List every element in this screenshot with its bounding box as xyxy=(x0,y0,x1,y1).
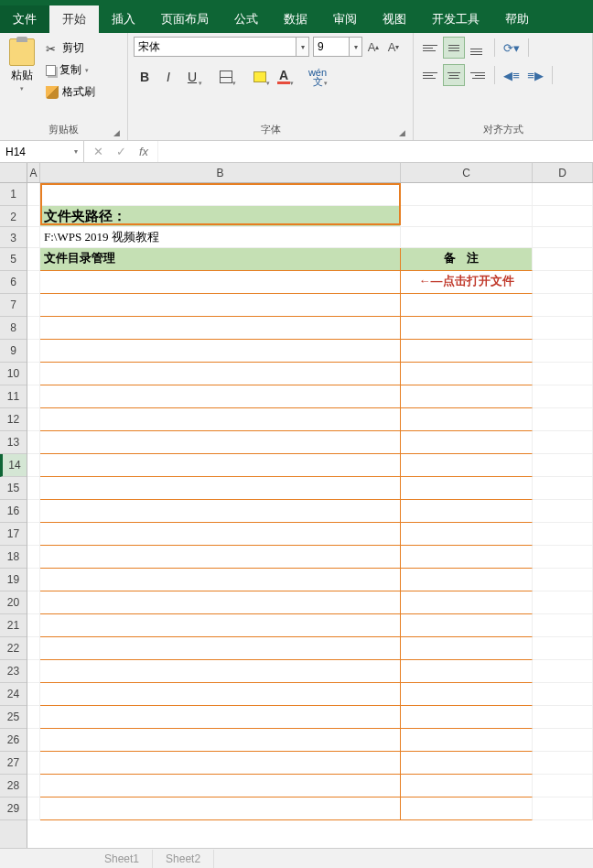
cell-C12[interactable] xyxy=(401,408,533,431)
cell-B22[interactable] xyxy=(40,637,401,660)
row-header-15[interactable]: 15 xyxy=(0,477,27,500)
italic-button[interactable]: I xyxy=(157,66,179,88)
row-header-7[interactable]: 7 xyxy=(0,294,27,317)
phonetic-button[interactable]: wén文 xyxy=(307,66,329,88)
tab-view[interactable]: 视图 xyxy=(370,5,419,33)
cell-C8[interactable] xyxy=(401,317,533,340)
align-middle-button[interactable] xyxy=(443,37,465,59)
confirm-formula-button[interactable]: ✓ xyxy=(116,145,126,158)
cell-A1[interactable] xyxy=(27,183,40,206)
cell-D12[interactable] xyxy=(533,408,593,431)
fill-color-button[interactable] xyxy=(249,66,271,88)
cell-A16[interactable] xyxy=(27,500,40,523)
cell-A19[interactable] xyxy=(27,569,40,591)
row-header-13[interactable]: 13 xyxy=(0,431,27,454)
cell-A29[interactable] xyxy=(27,797,40,820)
cell-D11[interactable] xyxy=(533,385,593,408)
paste-button[interactable]: 粘贴 ▾ xyxy=(5,37,38,121)
cell-C13[interactable] xyxy=(401,431,533,454)
cell-D26[interactable] xyxy=(533,729,593,752)
clipboard-launcher[interactable]: ◢ xyxy=(113,128,120,137)
cell-C5[interactable]: 备注 xyxy=(401,248,533,271)
cell-D17[interactable] xyxy=(533,523,593,546)
row-header-3[interactable]: 3 xyxy=(0,227,27,248)
tab-review[interactable]: 审阅 xyxy=(320,5,370,33)
border-button[interactable] xyxy=(215,66,237,88)
cell-D5[interactable] xyxy=(533,248,593,271)
cell-B7[interactable] xyxy=(40,294,401,317)
cell-C24[interactable] xyxy=(401,683,533,706)
cell-D6[interactable] xyxy=(533,271,593,294)
cell-B6[interactable] xyxy=(40,271,401,294)
row-header-26[interactable]: 26 xyxy=(0,729,27,752)
cell-C21[interactable] xyxy=(401,614,533,637)
cell-C7[interactable] xyxy=(401,294,533,317)
cell-C20[interactable] xyxy=(401,591,533,614)
row-header-8[interactable]: 8 xyxy=(0,317,27,340)
cell-D16[interactable] xyxy=(533,500,593,523)
align-center-button[interactable] xyxy=(443,64,465,86)
cell-A10[interactable] xyxy=(27,363,40,385)
cell-D15[interactable] xyxy=(533,477,593,500)
row-header-27[interactable]: 27 xyxy=(0,752,27,775)
cell-D3[interactable] xyxy=(533,227,593,248)
cell-C19[interactable] xyxy=(401,569,533,591)
cell-B15[interactable] xyxy=(40,477,401,500)
cell-D24[interactable] xyxy=(533,683,593,706)
cell-B8[interactable] xyxy=(40,317,401,340)
col-header-D[interactable]: D xyxy=(533,163,593,182)
cell-A11[interactable] xyxy=(27,385,40,408)
cell-B26[interactable] xyxy=(40,729,401,752)
cell-D13[interactable] xyxy=(533,431,593,454)
cell-A25[interactable] xyxy=(27,706,40,729)
row-header-29[interactable]: 29 xyxy=(0,797,27,820)
cell-C2[interactable] xyxy=(401,206,533,227)
row-header-23[interactable]: 23 xyxy=(0,660,27,683)
cell-A20[interactable] xyxy=(27,591,40,614)
cell-B5[interactable]: 文件目录管理 xyxy=(40,248,401,271)
row-header-22[interactable]: 22 xyxy=(0,637,27,660)
cell-A2[interactable] xyxy=(27,206,40,227)
orientation-button[interactable]: ⟳▾ xyxy=(501,37,523,59)
cell-D10[interactable] xyxy=(533,363,593,385)
cell-B10[interactable] xyxy=(40,363,401,385)
cell-C11[interactable] xyxy=(401,385,533,408)
cell-B3[interactable]: F:\WPS 2019 视频教程 xyxy=(40,227,401,248)
col-header-B[interactable]: B xyxy=(40,163,401,182)
cell-D20[interactable] xyxy=(533,591,593,614)
cell-C16[interactable] xyxy=(401,500,533,523)
increase-indent-button[interactable]: ≡▶ xyxy=(524,64,546,86)
copy-button[interactable]: 复制 ▾ xyxy=(42,60,99,80)
font-color-button[interactable]: A xyxy=(273,66,295,88)
cell-B16[interactable] xyxy=(40,500,401,523)
formula-input[interactable] xyxy=(158,141,593,162)
cell-B24[interactable] xyxy=(40,683,401,706)
font-name-dropdown[interactable]: ▾ xyxy=(296,37,309,57)
cell-C23[interactable] xyxy=(401,660,533,683)
cell-B17[interactable] xyxy=(40,523,401,546)
cell-D1[interactable] xyxy=(533,183,593,206)
cell-B28[interactable] xyxy=(40,775,401,797)
cell-D21[interactable] xyxy=(533,614,593,637)
cell-C6[interactable]: ←—点击打开文件 xyxy=(401,271,533,294)
cell-A5[interactable] xyxy=(27,248,40,271)
increase-font-button[interactable]: A▴ xyxy=(364,37,383,57)
cell-D14[interactable] xyxy=(533,454,593,477)
row-header-10[interactable]: 10 xyxy=(0,363,27,385)
cell-B9[interactable] xyxy=(40,340,401,363)
cell-C22[interactable] xyxy=(401,637,533,660)
cell-D23[interactable] xyxy=(533,660,593,683)
sheet-tab-2[interactable]: Sheet2 xyxy=(153,850,214,868)
tab-insert[interactable]: 插入 xyxy=(99,5,148,33)
cell-B21[interactable] xyxy=(40,614,401,637)
row-header-17[interactable]: 17 xyxy=(0,523,27,546)
cell-C25[interactable] xyxy=(401,706,533,729)
cell-C3[interactable] xyxy=(401,227,533,248)
cell-D7[interactable] xyxy=(533,294,593,317)
row-header-9[interactable]: 9 xyxy=(0,340,27,363)
cell-D19[interactable] xyxy=(533,569,593,591)
tab-home[interactable]: 开始 xyxy=(49,5,99,33)
decrease-indent-button[interactable]: ◀≡ xyxy=(501,64,523,86)
cell-D27[interactable] xyxy=(533,752,593,775)
cell-C26[interactable] xyxy=(401,729,533,752)
